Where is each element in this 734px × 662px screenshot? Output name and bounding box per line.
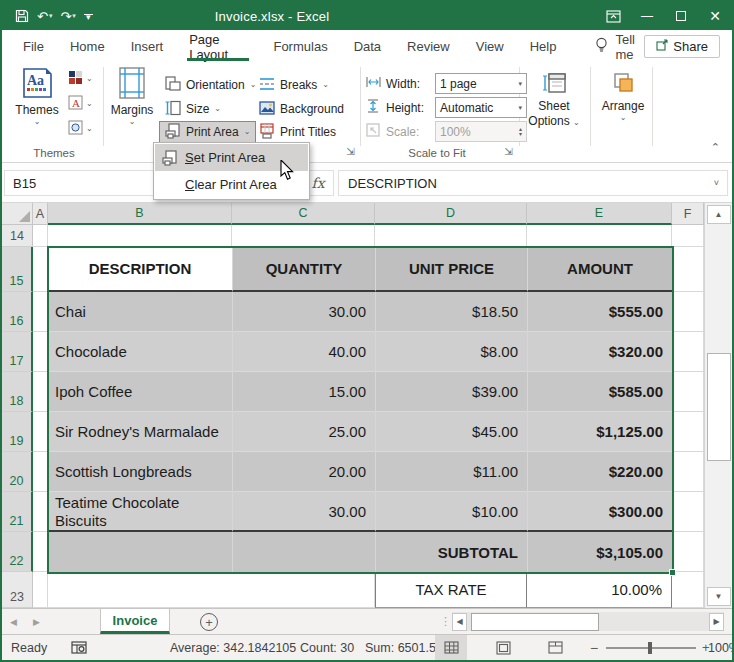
cell-C14[interactable] [232,225,375,247]
formula-bar-expand-icon[interactable]: ˅ [714,178,719,188]
new-sheet-button[interactable]: + [200,613,218,631]
tab-data[interactable]: Data [341,30,394,63]
cell-B22[interactable] [48,532,232,572]
tab-file[interactable]: File [10,30,57,63]
width-combobox[interactable]: 1 page▾ [435,73,527,94]
vertical-scrollbar[interactable]: ▲ ▼ [704,203,732,608]
cell-F15[interactable] [672,247,704,292]
redo-caret-icon[interactable]: ▾ [72,12,76,20]
scale-to-fit-dialog-launcher[interactable]: ⇲ [502,146,515,159]
cell-B16[interactable]: Chai [48,292,232,332]
tab-insert[interactable]: Insert [118,30,177,63]
height-combobox[interactable]: Automatic▾ [435,97,527,118]
row-header-23[interactable]: 23 [2,572,33,608]
theme-colors-button[interactable]: ⌄ [66,68,95,90]
cell-D23[interactable]: TAX RATE [375,572,527,608]
column-header-B[interactable]: B [48,203,232,225]
status-count[interactable]: Count: 30 [300,641,354,655]
cell-A22[interactable] [33,532,48,572]
cell-D20[interactable]: $11.00 [375,452,527,492]
row-header-20[interactable]: 20 [2,452,33,492]
cell-B21[interactable]: Teatime Chocolate Biscuits [48,492,232,532]
cell-F19[interactable] [672,412,704,452]
column-header-E[interactable]: E [527,203,672,225]
row-header-21[interactable]: 21 [2,492,33,532]
row-header-14[interactable]: 14 [2,225,33,247]
cell-C17[interactable]: 40.00 [232,332,375,372]
cell-E20[interactable]: $220.00 [527,452,672,492]
cell-D14[interactable] [375,225,527,247]
tab-home[interactable]: Home [57,30,118,63]
cell-B23[interactable] [48,572,232,608]
orientation-button[interactable]: Orientation ⌄ [160,74,261,96]
scroll-right-icon[interactable]: ▶ [709,613,724,631]
size-button[interactable]: Size ⌄ [160,98,226,120]
page-break-preview-button[interactable] [539,635,571,660]
sheet-nav-right-icon[interactable]: ▶ [25,617,48,627]
tabbar-resize-handle[interactable]: ⋮ [440,615,452,628]
margins-button[interactable]: Margins ⌄ [108,67,156,125]
normal-view-button[interactable] [435,635,467,660]
row-header-22[interactable]: 22 [2,532,33,572]
save-icon[interactable] [12,9,32,23]
redo-button[interactable]: ↷▾ [57,9,78,24]
column-header-A[interactable]: A [33,203,48,225]
cell-A19[interactable] [33,412,48,452]
status-average[interactable]: Average: 342.1842105 [170,641,296,655]
theme-effects-button[interactable]: ⌄ [66,118,95,140]
minimize-button[interactable]: — [630,2,664,30]
row-header-16[interactable]: 16 [2,292,33,332]
cell-E19[interactable]: $1,125.00 [527,412,672,452]
cell-C15[interactable]: QUANTITY [232,247,375,292]
undo-button[interactable]: ↶▾ [34,9,55,24]
cell-A21[interactable] [33,492,48,532]
print-area-button[interactable]: Print Area ⌄ [159,121,256,143]
cell-B15-active[interactable]: DESCRIPTION [48,247,232,292]
maximize-button[interactable] [664,2,698,30]
cell-F18[interactable] [672,372,704,412]
zoom-slider-thumb[interactable] [648,642,652,654]
undo-caret-icon[interactable]: ▾ [49,12,53,20]
ribbon-display-options-button[interactable] [596,2,630,30]
cell-D16[interactable]: $18.50 [375,292,527,332]
themes-button[interactable]: Aa Themes ⌄ [10,67,64,125]
cell-D17[interactable]: $8.00 [375,332,527,372]
cell-D21[interactable]: $10.00 [375,492,527,532]
cell-B14[interactable] [48,225,232,247]
vertical-scroll-thumb[interactable] [707,353,731,461]
menu-item-set-print-area[interactable]: Set Print Area [155,144,308,171]
horizontal-scrollbar[interactable]: ◀ ▶ [452,612,724,631]
column-header-D[interactable]: D [375,203,527,225]
tab-view[interactable]: View [463,30,517,63]
row-header-15[interactable]: 15 [2,247,33,292]
cell-E17[interactable]: $320.00 [527,332,672,372]
arrange-button[interactable]: Arrange ⌄ [598,67,648,121]
close-button[interactable]: ✕ [698,2,732,30]
horizontal-scroll-thumb[interactable] [471,613,599,631]
cell-E16[interactable]: $555.00 [527,292,672,332]
cell-B20[interactable]: Scottish Longbreads [48,452,232,492]
cell-B19[interactable]: Sir Rodney's Marmalade [48,412,232,452]
cell-E23[interactable]: 10.00% [527,572,672,608]
column-header-F[interactable]: F [672,203,704,225]
sheet-options-button[interactable]: Sheet Options ⌄ [526,67,582,128]
cell-A18[interactable] [33,372,48,412]
cell-C23[interactable] [232,572,375,608]
cell-E21[interactable]: $300.00 [527,492,672,532]
row-header-19[interactable]: 19 [2,412,33,452]
cell-F14[interactable] [672,225,704,247]
tab-page-layout[interactable]: Page Layout [176,30,260,63]
row-header-18[interactable]: 18 [2,372,33,412]
row-header-17[interactable]: 17 [2,332,33,372]
page-setup-dialog-launcher[interactable]: ⇲ [344,146,357,159]
cell-E14[interactable] [527,225,672,247]
page-layout-view-button[interactable] [487,635,519,660]
cell-D19[interactable]: $45.00 [375,412,527,452]
tab-formulas[interactable]: Formulas [260,30,340,63]
cell-D22[interactable]: SUBTOTAL [375,532,527,572]
background-button[interactable]: Background [254,98,349,120]
cell-A17[interactable] [33,332,48,372]
cell-A16[interactable] [33,292,48,332]
customize-qat-button[interactable]: ▾ [81,14,96,19]
cell-C16[interactable]: 30.00 [232,292,375,332]
